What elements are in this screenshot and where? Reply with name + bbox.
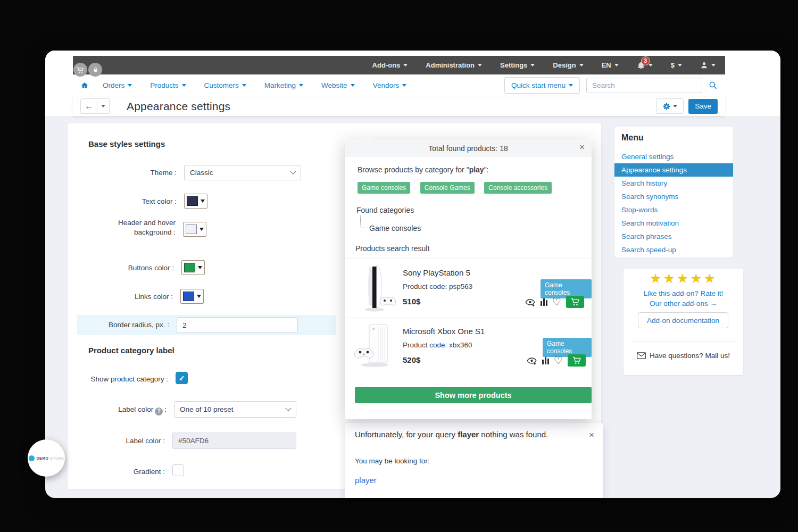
app-window: Add-ons Administration Settings Design E… [45,51,780,498]
label-color-text: Label color [118,405,153,413]
envelope-icon [637,352,646,359]
chevron-down-icon [200,228,204,231]
topbar-item-label: Settings [500,61,527,69]
label-color-hex-label: Label color : [68,436,165,446]
rate-addon-link[interactable]: Like this add-on? Rate it! [624,289,743,297]
menu-item-search-speed-up[interactable]: Search speed-up [614,243,733,256]
show-more-products-button[interactable]: Show more products [355,387,592,403]
back-button[interactable]: ← [80,98,97,114]
menu-item-search-motivation[interactable]: Search motivation [614,217,733,230]
notifications-menu[interactable]: 3 [637,61,653,70]
add-to-cart-button[interactable] [566,296,584,308]
user-menu[interactable] [700,61,716,69]
msg-suffix: nothing was found. [479,430,548,439]
nav-item-label: Products [150,81,178,89]
product-name[interactable]: Sony PlayStation 5 [403,268,470,277]
label-color-hex-input[interactable] [172,433,296,449]
links-color-swatch [183,292,194,301]
currency-selector[interactable]: $ [671,61,682,69]
nav-item-website[interactable]: Website [321,81,355,89]
menu-item-general-settings[interactable]: General settings [614,150,733,163]
admin-search-input[interactable] [586,78,702,93]
links-color-picker[interactable] [180,289,204,304]
menu-item-stop-words[interactable]: Stop-words [614,203,733,217]
header-bg-color-picker[interactable] [183,222,206,237]
rating-stars[interactable]: ★★★★★ [624,271,743,286]
chevron-down-icon [198,266,202,269]
addon-documentation-button[interactable]: Add-on documentation [638,312,728,328]
category-tag[interactable]: Console Games [420,182,475,194]
close-icon[interactable]: × [589,430,594,439]
storefront-cart-icon[interactable] [73,63,87,77]
mail-us-link[interactable]: Have questions? Mail us! [624,352,743,360]
add-to-cart-button[interactable] [568,354,586,367]
menu-heading: Menu [621,133,644,143]
show-category-checkbox[interactable]: ✓ [176,372,188,384]
text-color-picker[interactable] [184,194,207,209]
topbar-item-design[interactable]: Design [553,61,583,69]
settings-gear-button[interactable] [656,98,684,114]
browse-prefix: Browse products by category for " [358,165,469,174]
home-button[interactable] [80,81,89,89]
other-addons-link[interactable]: Our other add-ons → [624,300,743,307]
chevron-down-icon [201,200,205,203]
quick-view-icon[interactable] [526,355,537,366]
wishlist-heart-icon[interactable]: ♡ [552,297,561,307]
brand-dot-icon [29,455,35,461]
addon-menu-panel: Menu General settings Appearance setting… [614,127,733,257]
buttons-color-picker[interactable] [181,260,205,275]
found-category-link[interactable]: Game consoles [369,224,421,232]
back-history-dropdown[interactable] [97,98,110,114]
compare-icon[interactable] [542,357,549,364]
chevron-down-icon [579,64,584,66]
help-icon[interactable]: ? [155,408,163,415]
nav-item-vendors[interactable]: Vendors [373,81,407,89]
chevron-down-icon [402,84,406,87]
category-tree-line [360,215,368,228]
category-tag[interactable]: Console accessories [484,182,552,194]
user-icon [700,61,708,69]
nav-item-products[interactable]: Products [150,81,186,89]
nav-item-orders[interactable]: Orders [103,81,132,89]
menu-item-search-synonyms[interactable]: Search synonyms [614,190,733,203]
home-icon [80,81,89,89]
storefront-lock-icon[interactable] [88,63,102,77]
browse-suffix: ": [484,165,489,174]
popup-title: Total found products: 18 [428,144,508,153]
chevron-down-icon [711,64,716,66]
quick-view-icon[interactable] [525,297,536,307]
category-label-heading: Product category label [88,346,174,355]
topbar-item-addons[interactable]: Add-ons [372,61,408,69]
product-name[interactable]: Microsoft Xbox One S1 [403,327,485,336]
chevron-down-icon [351,84,355,87]
compare-icon[interactable] [541,298,547,306]
nav-item-marketing[interactable]: Marketing [264,81,303,89]
quick-start-menu-button[interactable]: Quick start menu [504,77,580,94]
chevron-down-icon [569,84,573,87]
topbar-item-settings[interactable]: Settings [500,61,535,69]
search-button[interactable] [709,81,718,90]
nav-item-label: Customers [204,81,239,89]
chevron-down-icon [197,295,201,298]
menu-item-search-phrases[interactable]: Search phrases [614,230,733,243]
menu-item-search-history[interactable]: Search history [614,177,733,190]
theme-select[interactable]: Classic [184,165,301,180]
gradient-checkbox[interactable] [172,464,184,476]
chevron-down-icon [478,64,482,66]
close-icon[interactable]: × [579,143,585,152]
category-tag[interactable]: Game consoles [358,182,410,194]
label-color-preset-select[interactable]: One of 10 preset [174,401,296,418]
nav-item-customers[interactable]: Customers [204,81,246,89]
text-color-label: Text color : [68,197,177,206]
suggestion-link[interactable]: player [355,476,377,485]
topbar-item-administration[interactable]: Administration [426,61,482,69]
language-selector[interactable]: EN [602,61,619,69]
label-colon: : [164,405,167,413]
topbar-item-label: Add-ons [372,61,401,69]
menu-item-appearance-settings[interactable]: Appearance settings [614,163,733,177]
save-button[interactable]: Save [688,99,718,114]
border-radius-input[interactable] [177,317,298,333]
border-radius-label: Border radius, px. : [68,320,169,330]
wishlist-heart-icon[interactable]: ♡ [554,355,563,365]
chevron-down-icon [614,64,619,66]
